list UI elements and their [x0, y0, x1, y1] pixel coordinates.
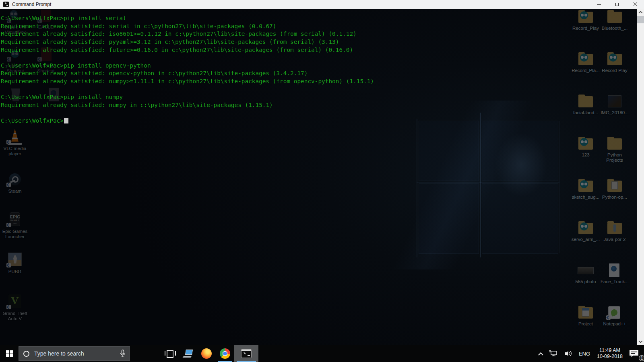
volume-status[interactable] — [562, 345, 574, 362]
chevron-up-icon — [639, 11, 643, 15]
terminal-line: Requirement already satisfied: pyyaml>=3… — [1, 38, 633, 46]
clock[interactable]: 11:49 AM 10-09-2018 — [594, 345, 625, 362]
taskbar: Type here to search — [0, 345, 644, 362]
scrollbar-thumb[interactable] — [637, 16, 644, 23]
speaker-icon — [564, 350, 572, 357]
terminal-line: Requirement already satisfied: numpy in … — [1, 101, 633, 109]
language-indicator[interactable]: ENG — [577, 345, 592, 362]
system-tray: ENG 11:49 AM 10-09-2018 1 — [537, 345, 644, 362]
terminal-prompt-line[interactable]: C:\Users\WolfxPac> — [1, 117, 633, 125]
terminal-line: Requirement already satisfied: numpy>=1.… — [1, 78, 633, 86]
microphone-icon[interactable] — [120, 350, 126, 358]
taskbar-app-chrome[interactable] — [216, 345, 234, 362]
search-placeholder: Type here to search — [34, 350, 120, 357]
command-prompt-window: Command Prompt C:\Users\WolfxPac>pip ins… — [0, 0, 644, 345]
minimize-button[interactable] — [590, 0, 608, 9]
chrome-icon — [220, 348, 230, 359]
chevron-up-icon — [538, 352, 543, 357]
taskbar-app-firefox[interactable] — [197, 345, 216, 362]
close-icon — [633, 2, 637, 6]
scroll-down-button[interactable] — [637, 338, 644, 345]
restore-button[interactable] — [608, 0, 626, 9]
firefox-icon — [201, 348, 212, 359]
network-status[interactable] — [547, 345, 560, 362]
minimize-icon — [597, 4, 601, 5]
terminal-prompt: C:\Users\WolfxPac> — [1, 117, 64, 124]
terminal-line — [1, 54, 633, 62]
scrollbar[interactable] — [637, 9, 644, 345]
taskbar-app-command-prompt[interactable] — [234, 345, 258, 362]
window-title: Command Prompt — [12, 2, 51, 7]
command-prompt-icon — [241, 349, 252, 358]
command-prompt-icon — [3, 2, 9, 7]
terminal-line: C:\Users\WolfxPac>pip install serial — [1, 14, 633, 23]
terminal-line: Requirement already satisfied: iso8601>=… — [1, 30, 633, 38]
close-button[interactable] — [626, 0, 644, 9]
terminal-line — [1, 86, 633, 94]
notification-icon — [630, 350, 638, 357]
windows-logo-icon — [6, 350, 13, 357]
chevron-down-icon — [639, 339, 643, 343]
network-icon — [549, 350, 558, 357]
taskbar-app-pc[interactable] — [179, 345, 197, 362]
terminal-line: Requirement already satisfied: opencv-py… — [1, 70, 633, 78]
terminal-line: C:\Users\WolfxPac>pip install opencv-pyt… — [1, 62, 633, 70]
desktop-screen: Oracle VM VirtualBox EAGLE arduino - Sho… — [0, 0, 644, 362]
cortana-icon — [23, 351, 29, 357]
taskbar-search[interactable]: Type here to search — [19, 346, 130, 361]
tray-time: 11:49 AM — [599, 348, 620, 353]
hidden-icons-button[interactable] — [537, 345, 545, 362]
terminal-line: C:\Users\WolfxPac>pip install numpy — [1, 93, 633, 101]
restore-icon — [615, 3, 619, 6]
laptop-icon — [183, 350, 193, 358]
terminal-line: Requirement already satisfied: future>=0… — [1, 46, 633, 54]
notification-badge: 1 — [639, 355, 644, 361]
task-view-button[interactable] — [160, 345, 179, 362]
scroll-up-button[interactable] — [637, 9, 644, 16]
action-center-button[interactable]: 1 — [627, 345, 642, 362]
terminal-line — [1, 109, 633, 117]
window-titlebar[interactable]: Command Prompt — [0, 0, 644, 9]
tray-date: 10-09-2018 — [597, 354, 623, 359]
taskbar-spacer — [130, 345, 160, 362]
start-button[interactable] — [0, 345, 19, 362]
task-view-icon — [165, 350, 174, 357]
terminal-cursor — [64, 118, 68, 123]
terminal-line: Requirement already satisfied: serial in… — [1, 23, 633, 31]
terminal-output: C:\Users\WolfxPac>pip install serial Req… — [1, 14, 633, 125]
